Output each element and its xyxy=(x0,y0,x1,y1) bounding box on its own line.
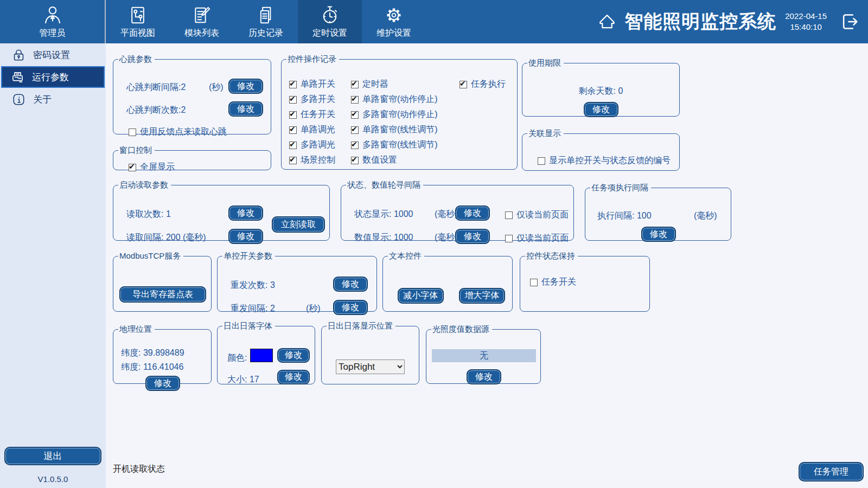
nav-tab-maintenance-settings[interactable]: 维护设置 xyxy=(362,0,426,43)
checkbox[interactable] xyxy=(289,142,297,149)
longitude-label: 纬度: 116.41046 xyxy=(121,362,183,373)
modify-resend-interval-button[interactable]: 修改 xyxy=(333,300,368,315)
modify-status-display-button[interactable]: 修改 xyxy=(455,206,490,221)
modify-read-count-button[interactable]: 修改 xyxy=(228,206,263,221)
modify-heartbeat-interval-button[interactable]: 修改 xyxy=(228,79,263,94)
time-text: 15:40:10 xyxy=(785,22,827,33)
nav-tab-history[interactable]: 历史记录 xyxy=(234,0,298,43)
modify-geo-button[interactable]: 修改 xyxy=(145,376,180,391)
export-register-table-button[interactable]: 导出寄存器点表 xyxy=(119,286,206,303)
increase-font-button[interactable]: 增大字体 xyxy=(459,288,505,304)
checkbox[interactable] xyxy=(289,81,297,88)
admin-tile[interactable]: 管理员 xyxy=(0,0,106,43)
checkbox-row[interactable]: 定时器 xyxy=(351,79,438,90)
checkbox[interactable] xyxy=(129,164,136,171)
modify-font-size-button[interactable]: 修改 xyxy=(277,370,310,384)
panel-title: 心跳参数 xyxy=(118,54,155,65)
task-switch-checkbox-row[interactable]: 任务开关 xyxy=(530,277,576,288)
nav-tab-module-list[interactable]: 模块列表 xyxy=(170,0,234,43)
exec-interval-unit: (毫秒) xyxy=(694,210,717,222)
checkbox-label: 多路调光 xyxy=(301,139,335,151)
read-now-button[interactable]: 立刻读取 xyxy=(272,216,325,233)
checkbox[interactable] xyxy=(289,111,297,119)
panel-title: 使用期限 xyxy=(527,58,564,68)
modify-heartbeat-count-button[interactable]: 修改 xyxy=(228,101,263,117)
checkbox-row[interactable]: 单路窗帘(动作停止) xyxy=(351,94,438,105)
value-display-label: 数值显示: 1000 xyxy=(354,232,413,243)
status-current-page-checkbox-row[interactable]: 仅读当前页面 xyxy=(505,209,569,221)
nav-tab-timer-settings[interactable]: 定时设置 xyxy=(298,0,362,43)
checkbox[interactable] xyxy=(505,211,513,219)
feedback-heartbeat-checkbox-row[interactable]: 使用反馈点来读取心跳 xyxy=(129,126,227,138)
checkbox-row[interactable]: 任务执行 xyxy=(459,79,506,90)
timer-icon xyxy=(319,4,341,26)
sidebar-item-password-settings[interactable]: 密码设置 xyxy=(1,44,105,66)
read-interval-label: 读取间隔: 200 xyxy=(126,232,181,243)
checkbox[interactable] xyxy=(289,96,297,104)
panel-task-interval: 任务项执行间隔 执行间隔: 100 (毫秒) 修改 xyxy=(585,183,731,241)
sidebar-item-about[interactable]: 关于 xyxy=(1,88,105,110)
checkbox[interactable] xyxy=(351,96,359,104)
nav-tab-label: 模块列表 xyxy=(184,28,219,39)
checkbox[interactable] xyxy=(351,81,359,88)
checkbox[interactable] xyxy=(289,157,297,164)
fullscreen-checkbox-row[interactable]: 全屏显示 xyxy=(129,162,175,173)
task-management-button[interactable]: 任务管理 xyxy=(799,462,864,481)
exit-button[interactable]: 退出 xyxy=(4,447,101,465)
nav-tab-floorplan[interactable]: 平面视图 xyxy=(106,0,170,43)
checkbox-row[interactable]: 场景控制 xyxy=(289,155,335,166)
checkbox-label: 任务开关 xyxy=(301,109,335,120)
checkbox-row[interactable]: 多路窗帘(线性调节) xyxy=(351,139,438,151)
panel-title: 控件操作记录 xyxy=(286,54,339,65)
checkbox-row[interactable]: 多路开关 xyxy=(289,94,335,105)
panel-window-control: 窗口控制 全屏显示 xyxy=(113,145,271,170)
font-color-swatch[interactable] xyxy=(250,349,273,362)
checkbox[interactable] xyxy=(351,157,359,164)
checkbox-row[interactable]: 多路调光 xyxy=(289,139,335,151)
value-display-unit: (毫秒) xyxy=(435,232,458,243)
modify-lux-source-button[interactable]: 修改 xyxy=(467,369,501,384)
checkbox[interactable] xyxy=(351,126,359,134)
date-text: 2022-04-15 xyxy=(785,11,827,22)
panel-title: 窗口控制 xyxy=(118,145,155,156)
checkbox[interactable] xyxy=(459,81,467,88)
modify-resend-count-button[interactable]: 修改 xyxy=(333,277,368,292)
checkbox-row[interactable]: 多路窗帘(动作停止) xyxy=(351,109,438,120)
panel-title: 单控开关参数 xyxy=(222,251,275,261)
checkbox[interactable] xyxy=(351,111,359,119)
sunset-position-select[interactable]: TopRight xyxy=(336,359,405,374)
panel-heartbeat: 心跳参数 心跳判断间隔:2 (秒) 修改 心跳判断次数:2 修改 使用反馈点来读… xyxy=(113,54,271,134)
checkbox[interactable] xyxy=(538,157,545,165)
modify-value-display-button[interactable]: 修改 xyxy=(455,229,490,244)
checkbox-label: 单路开关 xyxy=(301,79,335,90)
checkbox[interactable] xyxy=(289,126,297,134)
decrease-font-button[interactable]: 减小字体 xyxy=(398,288,444,304)
checkbox-label: 仅读当前页面 xyxy=(516,233,569,244)
panel-usage-period: 使用期限 剩余天数: 0 修改 xyxy=(522,58,680,117)
value-current-page-checkbox-row[interactable]: 仅读当前页面 xyxy=(505,233,569,244)
modify-usage-period-button[interactable]: 修改 xyxy=(584,102,618,117)
checkbox[interactable] xyxy=(129,129,136,136)
checkbox-row[interactable]: 数值设置 xyxy=(351,155,438,166)
panel-title: 日出日落显示位置 xyxy=(327,321,395,331)
checkbox[interactable] xyxy=(505,235,513,242)
checkbox-row[interactable]: 单路开关 xyxy=(289,79,335,90)
checkbox-label: 单路窗帘(线性调节) xyxy=(362,124,438,136)
modify-read-interval-button[interactable]: 修改 xyxy=(228,229,263,244)
panel-title: 启动读取参数 xyxy=(118,180,171,190)
checkbox-row[interactable]: 任务开关 xyxy=(289,109,335,120)
checkbox-row[interactable]: 单路窗帘(线性调节) xyxy=(351,124,438,136)
checkbox-row[interactable]: 单路调光 xyxy=(289,124,335,136)
brand: 智能照明监控系统 xyxy=(597,9,776,34)
related-display-checkbox-row[interactable]: 显示单控开关与状态反馈的编号 xyxy=(538,155,671,166)
checkbox[interactable] xyxy=(351,142,359,149)
checkbox-label: 定时器 xyxy=(362,79,388,90)
panel-title: 文本控件 xyxy=(388,251,424,261)
sidebar-item-run-parameters[interactable]: 运行参数 xyxy=(1,66,105,88)
checkbox-label: 任务开关 xyxy=(541,277,576,288)
logout-button[interactable] xyxy=(839,11,860,33)
modify-font-color-button[interactable]: 修改 xyxy=(277,348,310,363)
panel-polling-interval: 状态、数值轮寻间隔 状态显示: 1000 (毫秒) 修改 仅读当前页面 数值显示… xyxy=(341,180,574,241)
checkbox[interactable] xyxy=(530,279,538,286)
modify-exec-interval-button[interactable]: 修改 xyxy=(641,227,676,242)
